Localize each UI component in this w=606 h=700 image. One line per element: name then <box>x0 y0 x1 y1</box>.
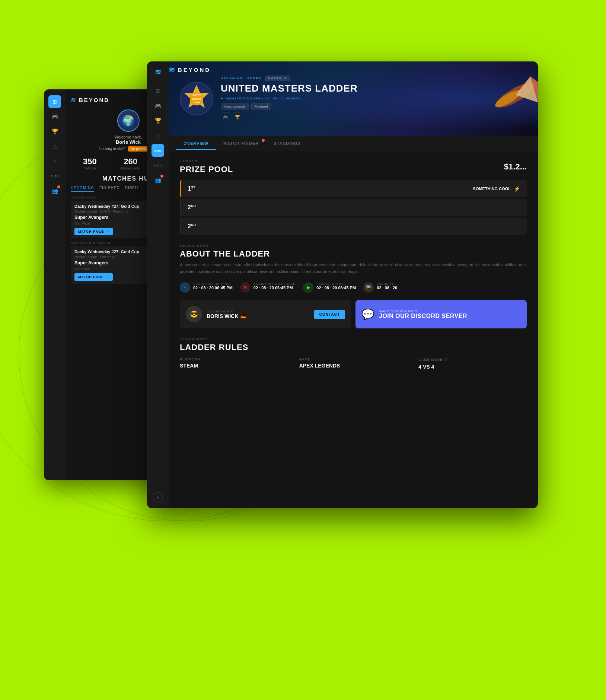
hero-icon-controller[interactable]: 🎮 <box>221 112 230 122</box>
rules-title: LADDER RULES <box>180 343 527 352</box>
left-sidebar-icon-pubg[interactable]: PUBG <box>48 170 61 182</box>
left-sidebar-icon-dashboard[interactable]: ⊞ <box>48 95 61 108</box>
admin-flag: 🇩🇪 <box>240 314 246 319</box>
admin-label: LADDER ADMIN <box>207 310 246 313</box>
platform-label: PLATFORM <box>180 357 288 361</box>
ladder-r-date: 02 · 08 · 20 <box>377 286 398 290</box>
hero-title: UNITED MASTERS LADDER <box>221 83 358 94</box>
controller-icon: 🎮 <box>52 114 58 120</box>
prize-pool-section: LADDER PRIZE POOL $1.2... 1ST SOMETHING … <box>180 159 527 235</box>
admin-name: BORIS WICK 🇩🇪 <box>207 313 246 319</box>
hero-badge: UPCOMING LADDER Share ↗ <box>221 76 358 81</box>
prize-right-1: SOMETHING COOL ⚡ <box>473 186 527 192</box>
rules-label: LEARN MORE <box>180 337 527 341</box>
add-sidebar-button[interactable]: + <box>153 492 163 502</box>
trophy-icon-right: 🏆 <box>155 118 161 124</box>
right-sidebar-icon-dashboard[interactable]: ⊞ <box>152 85 164 97</box>
stat-tournaments-value: 260 <box>121 157 140 166</box>
tab-disputed[interactable]: DISPU... <box>125 186 143 192</box>
discord-icon: 💬 <box>361 308 374 321</box>
prize-amount: $1.2... <box>504 162 527 172</box>
ladder-starts-icon: ▶ <box>303 282 313 293</box>
platform-value: STEAM <box>180 363 288 369</box>
timeline-item-reg-closed: ✕ REGISTRATION CLOSED 02 · 08 · 20 06:45… <box>240 282 296 293</box>
contact-button[interactable]: CONTACT <box>314 310 345 319</box>
right-sidebar-icon-apex[interactable]: △ <box>152 129 164 142</box>
left-sidebar-icon-apex[interactable]: △ <box>48 140 61 153</box>
game-label: GAME <box>299 357 408 361</box>
tab-upcoming[interactable]: UPCOMING <box>71 186 94 192</box>
right-sidebar-icon-pubg[interactable]: PUBG <box>152 159 164 172</box>
left-sidebar-icon-trophy[interactable]: 🏆 <box>48 125 61 138</box>
game-mode-value: 4 VS 4 <box>418 364 527 370</box>
prize-pool-header: LADDER PRIZE POOL $1.2... <box>180 159 527 174</box>
svg-text:UNITED: UNITED <box>192 94 201 96</box>
hero-icon-trophy[interactable]: 🏆 <box>233 112 242 122</box>
trophy-icon: 🏆 <box>52 128 58 134</box>
tab-match-finder[interactable]: MATCH FINDER <box>216 136 266 150</box>
prize-pool-left: LADDER PRIZE POOL <box>180 159 233 174</box>
match-entry-1: Free entry <box>113 210 128 213</box>
controller-icon-hero: 🎮 <box>223 115 228 120</box>
discord-card: 💬 WANT TO KNOW MORE JOIN OUR DISCORD SER… <box>355 300 527 328</box>
ladder-starts-label: LADDER STARTS <box>316 282 356 286</box>
apex-icon-right: △ <box>156 133 160 139</box>
rules-game: GAME APEX LEGENDS <box>299 357 408 370</box>
rules-game-mode: GAME MODE ⓘ 4 VS 4 <box>418 357 527 370</box>
rules-grid: PLATFORM STEAM GAME APEX LEGENDS GAME MO… <box>180 357 527 370</box>
tab-overview[interactable]: OVERVIEW <box>176 136 216 150</box>
left-sidebar-icon-team[interactable]: 👥 <box>48 185 61 197</box>
discord-info: WANT TO KNOW MORE JOIN OUR DISCORD SERVE… <box>379 309 467 319</box>
nav-tabs: OVERVIEW MATCH FINDER STANDINGS <box>169 136 538 150</box>
match-game-played-1: Rocket League <box>74 255 97 259</box>
tab-standings[interactable]: STANDINGS <box>266 136 308 150</box>
ladder-r-icon: 🏁 <box>363 282 374 293</box>
left-sidebar-icon-matches[interactable]: ≡ <box>48 155 61 168</box>
ladder-label: LADDER <box>180 159 233 163</box>
match-page-button-played-1[interactable]: MATCH PAGE → <box>74 273 113 281</box>
right-sidebar-icon-matches[interactable]: ≡≡≡ <box>152 144 164 157</box>
about-title: ABOUT THE LADDER <box>180 249 527 259</box>
timeline: + REGISTRATION OPEN 02 · 08 · 20 06:45 P… <box>180 282 527 293</box>
trophy-icon-hero: 🏆 <box>235 115 240 120</box>
united-masters-logo: UNITED MASTERS LADDER <box>180 82 213 115</box>
tab-finished[interactable]: FINISHED <box>99 186 120 192</box>
share-button[interactable]: Share ↗ <box>265 76 290 81</box>
right-logo: ≋ <box>155 67 161 76</box>
hero-tag-featured: Featured <box>251 104 271 109</box>
right-sidebar-icon-trophy[interactable]: 🏆 <box>152 114 164 127</box>
prize-label-1: SOMETHING COOL <box>473 187 511 191</box>
left-sidebar: ⊞ 🎮 🏆 △ ≡ PUBG 👥 <box>44 89 66 480</box>
prize-row-1: 1ST SOMETHING COOL ⚡ <box>180 180 527 197</box>
right-sidebar-icon-controller[interactable]: 🎮 <box>152 99 164 112</box>
right-beyond-name: BEYOND <box>178 67 211 73</box>
right-content: UNITED MASTERS LADDER UPCOMING LADDER Sh… <box>169 61 538 508</box>
svg-text:MASTERS: MASTERS <box>192 98 201 100</box>
match-game-1: Rocket League <box>74 210 97 213</box>
beyond-logo-text: BEYOND <box>79 97 109 103</box>
prize-row-2: 2ND <box>180 199 527 216</box>
ladder-r-label: LADDER R... <box>377 282 398 286</box>
hero-tags: Apex Legends Featured <box>221 104 358 109</box>
hero-icons: 🎮 🏆 <box>221 112 358 122</box>
reg-closed-icon: ✕ <box>240 282 251 293</box>
match-finder-badge <box>262 139 265 142</box>
upcoming-ladder-label: UPCOMING LADDER <box>221 77 262 80</box>
team-name-1: Super Avangers <box>74 215 108 220</box>
right-beyond-z: ≋ <box>169 65 175 74</box>
admin-avatar: 😎 <box>186 306 202 322</box>
matches-icon: ≡ <box>54 159 56 163</box>
user-avatar: 🌍 <box>117 109 140 132</box>
team-name-played-1: Super Avangers <box>74 260 108 265</box>
match-page-button-1[interactable]: MATCH PAGE → <box>74 228 113 235</box>
timeline-item-ladder-r: 🏁 LADDER R... 02 · 08 · 20 <box>363 282 398 293</box>
reg-open-info: REGISTRATION OPEN 02 · 08 · 20 06:45 PM <box>193 282 233 290</box>
left-sidebar-icon-controller[interactable]: 🎮 <box>48 110 61 123</box>
main-content: LADDER PRIZE POOL $1.2... 1ST SOMETHING … <box>169 150 538 379</box>
right-panel: ≋ ⊞ 🎮 🏆 △ ≡≡≡ PUBG 👥 + <box>147 61 538 508</box>
prize-row-3: 2ND <box>180 218 527 235</box>
share-icon: ↗ <box>284 77 287 80</box>
about-section: LEARN MORE ABOUT THE LADDER At vero eos … <box>180 244 527 275</box>
stat-matches-label: matches <box>83 166 97 170</box>
right-sidebar-icon-team[interactable]: 👥 <box>152 174 164 187</box>
